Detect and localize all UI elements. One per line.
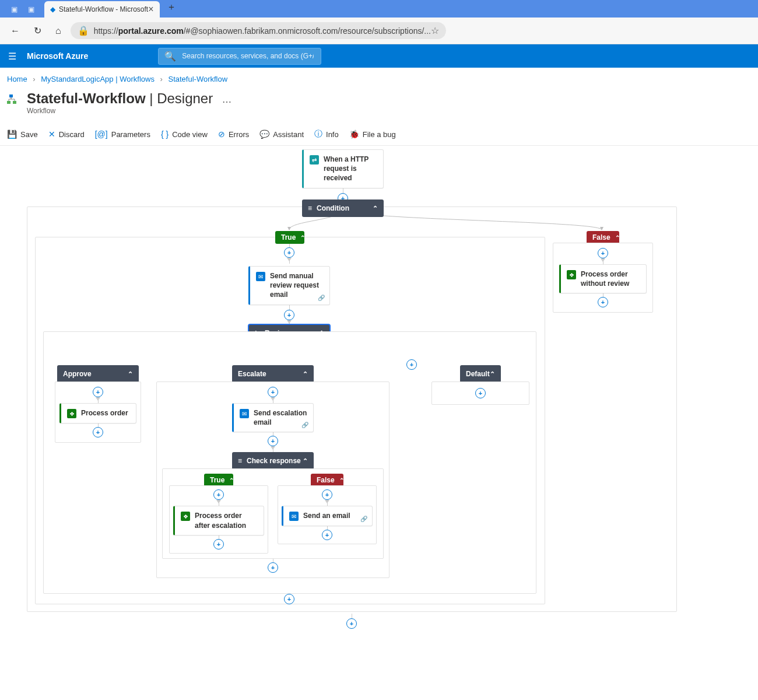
designer-canvas[interactable]: ⇄ When a HTTP request is received + ≡Con… — [0, 146, 758, 636]
check-response-node[interactable]: ≡Check response ⌃ — [232, 452, 314, 470]
condition-icon: ≡ — [308, 204, 312, 212]
search-box[interactable]: 🔍 — [158, 48, 321, 65]
process-after-escalation-label: Process order after escalation — [195, 511, 258, 530]
window-icon: ▣ — [11, 5, 17, 13]
chevron-up-icon: ⌃ — [128, 370, 133, 378]
add-step-button[interactable]: + — [322, 489, 332, 500]
escalate-case-node[interactable]: Escalate ⌃ — [232, 365, 314, 383]
trigger-card[interactable]: ⇄ When a HTTP request is received — [302, 149, 384, 188]
favorite-icon[interactable]: ☆ — [431, 25, 439, 36]
page-header: Stateful-Workflow | Designer Workflow ⋯ — [0, 87, 758, 123]
add-step-button[interactable]: + — [213, 539, 224, 550]
outlook-icon: ✉ — [289, 512, 299, 521]
new-tab-button[interactable]: ＋ — [167, 1, 176, 13]
info-icon: ⓘ — [314, 129, 322, 139]
url-field[interactable]: 🔒 https://portal.azure.com/#@sophiaowen.… — [71, 22, 446, 39]
add-step-button[interactable]: + — [322, 530, 332, 540]
escalate-label: Escalate — [238, 370, 266, 378]
add-step-button[interactable]: + — [213, 489, 224, 500]
send-escalation-card[interactable]: ✉ Send escalation email 🔗 — [232, 403, 314, 432]
inline-code-icon: ❖ — [181, 512, 190, 521]
default-case-node[interactable]: Default ⌃ — [460, 365, 501, 383]
true-badge[interactable]: True⌃ — [204, 474, 233, 487]
approve-label: Approve — [63, 370, 92, 378]
inline-code-icon: ❖ — [67, 409, 76, 418]
assistant-icon: 💬 — [259, 130, 269, 139]
svg-rect-0 — [9, 94, 13, 97]
code-view-button[interactable]: { }Code view — [161, 127, 208, 142]
process-order-card[interactable]: ❖ Process order — [59, 403, 136, 424]
send-email-card[interactable]: ✉ Send an email 🔗 — [282, 506, 373, 526]
approve-case-node[interactable]: Approve ⌃ — [57, 365, 139, 383]
chevron-up-icon: ⌃ — [303, 370, 308, 378]
save-button[interactable]: 💾Save — [7, 127, 38, 142]
link-icon: 🔗 — [360, 516, 367, 522]
save-icon: 💾 — [7, 130, 17, 139]
workflow-icon — [7, 93, 21, 107]
crumb-app[interactable]: MyStandardLogicApp | Workflows — [41, 75, 155, 83]
send-escalation-label: Send escalation email — [254, 408, 307, 427]
send-review-label: Send manual review request email — [270, 271, 324, 300]
errors-button[interactable]: ⊘Errors — [218, 127, 249, 142]
chevron-up-icon: ⌃ — [615, 235, 620, 241]
home-button[interactable]: ⌂ — [51, 23, 66, 39]
lock-icon: 🔒 — [78, 25, 89, 36]
assistant-button[interactable]: 💬Assistant — [259, 127, 304, 142]
back-button[interactable]: ← — [6, 23, 24, 39]
add-step-button[interactable]: + — [284, 247, 294, 258]
process-order-label: Process order — [81, 408, 128, 418]
add-step-button[interactable]: + — [475, 388, 486, 398]
add-step-button[interactable]: + — [284, 594, 294, 604]
browser-address-bar: ← ↻ ⌂ 🔒 https://portal.azure.com/#@sophi… — [0, 18, 758, 44]
add-step-button[interactable]: + — [284, 310, 294, 320]
check-response-label: Check response — [247, 457, 301, 465]
send-email-label: Send an email — [303, 511, 350, 520]
condition-node[interactable]: ≡Condition ⌃ — [302, 200, 384, 217]
browser-tab[interactable]: ◆ Stateful-Workflow - Microsoft × — [44, 1, 160, 18]
false-badge[interactable]: False⌃ — [311, 474, 343, 487]
tab-title: Stateful-Workflow - Microsoft — [59, 5, 148, 13]
true-badge[interactable]: True⌃ — [275, 231, 304, 244]
chevron-up-icon: ⌃ — [339, 477, 344, 484]
search-input[interactable] — [181, 51, 315, 61]
azure-top-bar: ☰ Microsoft Azure 🔍 — [0, 44, 758, 68]
url-text: https://portal.azure.com/#@sophiaowen.fa… — [94, 26, 431, 36]
info-button[interactable]: ⓘInfo — [314, 127, 339, 142]
bug-icon: 🐞 — [349, 130, 359, 139]
add-step-button[interactable]: + — [598, 248, 608, 258]
command-bar: 💾Save ✕Discard [@]Parameters { }Code vie… — [0, 123, 758, 146]
file-bug-button[interactable]: 🐞File a bug — [349, 127, 396, 142]
add-step-button[interactable]: + — [93, 427, 103, 438]
discard-button[interactable]: ✕Discard — [48, 127, 85, 142]
svg-rect-2 — [13, 101, 16, 104]
add-step-button[interactable]: + — [93, 387, 103, 397]
add-case-button[interactable]: + — [406, 359, 417, 370]
process-without-review-card[interactable]: ❖ Process order without review — [559, 264, 647, 293]
window-icon: ▣ — [28, 5, 34, 13]
crumb-workflow[interactable]: Stateful-Workflow — [169, 75, 228, 83]
breadcrumb: Home › MyStandardLogicApp | Workflows › … — [0, 68, 758, 87]
parameters-button[interactable]: [@]Parameters — [95, 127, 150, 142]
inline-code-icon: ❖ — [567, 270, 576, 279]
process-after-escalation-card[interactable]: ❖ Process order after escalation — [173, 506, 264, 535]
add-step-button[interactable]: + — [268, 387, 278, 397]
add-step-button[interactable]: + — [268, 562, 278, 573]
page-subtitle: Workflow — [27, 107, 213, 115]
menu-icon[interactable]: ☰ — [8, 51, 16, 62]
trigger-label: When a HTTP request is received — [324, 155, 377, 183]
svg-rect-1 — [7, 101, 10, 104]
crumb-home[interactable]: Home — [7, 75, 27, 83]
add-step-button[interactable]: + — [598, 297, 608, 307]
chevron-up-icon: ⌃ — [490, 370, 495, 378]
close-icon[interactable]: × — [148, 4, 153, 15]
send-review-card[interactable]: ✉ Send manual review request email 🔗 — [248, 266, 330, 305]
add-step-button[interactable]: + — [346, 618, 357, 629]
discard-icon: ✕ — [48, 130, 55, 139]
browser-tab-strip: ▣ ▣ ◆ Stateful-Workflow - Microsoft × ＋ — [0, 0, 758, 18]
more-icon[interactable]: ⋯ — [222, 96, 231, 107]
false-badge[interactable]: False⌃ — [587, 231, 619, 244]
condition-label: Condition — [317, 204, 349, 212]
errors-icon: ⊘ — [218, 130, 225, 139]
add-step-button[interactable]: + — [268, 436, 278, 446]
refresh-button[interactable]: ↻ — [29, 22, 46, 39]
